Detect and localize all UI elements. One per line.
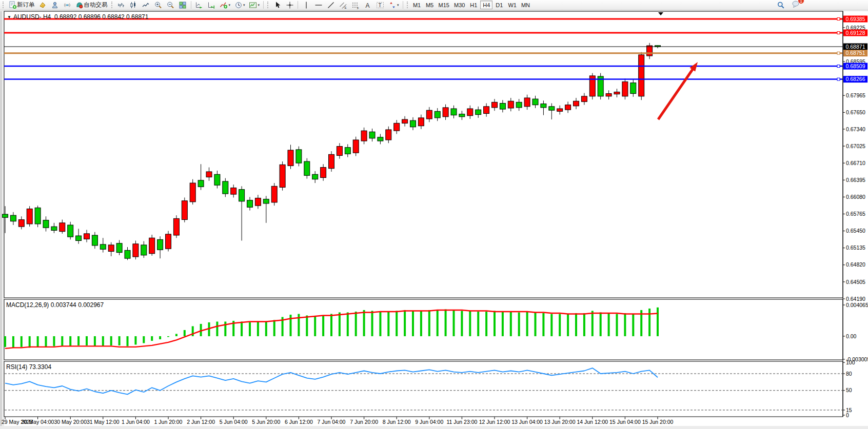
chart-shift-icon xyxy=(207,1,216,9)
new-order-icon xyxy=(8,1,17,9)
svg-text:E: E xyxy=(344,6,346,9)
macd-bar xyxy=(526,312,528,336)
time-axis-label: 5 Jun 20:00 xyxy=(252,419,280,425)
tile-windows-button[interactable] xyxy=(177,1,189,10)
macd-bar xyxy=(469,311,471,336)
periods-button[interactable]: ▾ xyxy=(232,1,247,10)
macd-bar xyxy=(29,336,31,348)
line-handle[interactable] xyxy=(837,78,840,80)
price-axis-label: 0.65450 xyxy=(846,228,865,234)
zoom-in-icon xyxy=(154,1,163,9)
line-handle[interactable] xyxy=(837,32,840,34)
bear-candle-body xyxy=(239,190,245,201)
svg-text:F: F xyxy=(357,6,359,9)
macd-bar xyxy=(404,310,406,336)
bear-candle-body xyxy=(35,208,41,224)
auto-scroll-button[interactable] xyxy=(193,1,205,10)
auto-trading-button[interactable]: 自动交易 xyxy=(74,1,109,10)
zoom-in-button[interactable] xyxy=(152,1,164,10)
macd-bar xyxy=(4,336,6,347)
bear-candle-body xyxy=(345,148,350,154)
macd-bar xyxy=(339,312,341,336)
fibonacci-tool-button[interactable]: F xyxy=(349,1,361,10)
bull-candle-body xyxy=(581,96,587,102)
timeframe-button-m5[interactable]: M5 xyxy=(424,1,436,9)
channel-tool-button[interactable]: E xyxy=(337,1,349,10)
line-handle[interactable] xyxy=(837,18,840,21)
time-axis-label: 8 Jun 12:00 xyxy=(383,419,411,425)
bear-candle-body xyxy=(157,239,163,250)
timeframe-button-d1[interactable]: D1 xyxy=(493,1,505,9)
text-label-tool-button[interactable]: T xyxy=(374,1,386,10)
chart-menu-icon[interactable]: ▼ xyxy=(7,15,11,19)
indicators-icon xyxy=(220,1,228,9)
zoom-out-button[interactable] xyxy=(165,1,176,10)
candlestick xyxy=(27,206,32,227)
templates-button[interactable]: ▾ xyxy=(247,1,262,10)
macd-bar xyxy=(134,336,136,344)
bear-candle-body xyxy=(304,161,310,175)
arrows-tool-button[interactable]: ▾ xyxy=(386,1,401,10)
candlestick-chart-button[interactable] xyxy=(128,1,140,10)
bull-candle-body xyxy=(108,245,114,252)
search-button[interactable] xyxy=(775,1,786,10)
macd-bar xyxy=(624,313,626,336)
macd-bar xyxy=(371,311,373,336)
timeframe-button-m30[interactable]: M30 xyxy=(452,1,467,9)
timeframe-button-m15[interactable]: M15 xyxy=(437,1,451,9)
chart-title-bar[interactable]: ▼AUDUSD-.H4 0.68892 0.68896 0.68842 0.68… xyxy=(7,13,148,21)
text-tool-button[interactable]: A xyxy=(362,1,373,10)
candlestick-chart-icon xyxy=(129,1,138,9)
new-order-button[interactable]: 新订单 xyxy=(7,1,36,10)
bear-candle-body xyxy=(116,243,122,253)
indicators-button[interactable]: ▾ xyxy=(218,1,232,10)
crosshair-tool-button[interactable] xyxy=(284,1,295,10)
bear-candle-body xyxy=(198,180,204,187)
auto-trading-icon xyxy=(75,1,84,9)
cursor-tool-button[interactable] xyxy=(271,1,283,10)
candlestick xyxy=(296,147,302,167)
time-axis-label: 7 Jun 04:00 xyxy=(318,419,346,425)
trendline-tool-button[interactable] xyxy=(325,1,337,10)
macd-bar xyxy=(608,313,610,336)
timeframe-button-m1[interactable]: M1 xyxy=(411,1,423,9)
market-watch-button[interactable] xyxy=(37,1,49,10)
timeframe-button-h4[interactable]: H4 xyxy=(480,1,492,9)
bear-candle-body xyxy=(247,200,253,208)
bull-candle-body xyxy=(18,220,24,227)
macd-signal-value: 0.002967 xyxy=(78,301,104,309)
price-axis-label: 0.64190 xyxy=(846,296,865,302)
bear-candle-body xyxy=(296,150,302,163)
macd-bar xyxy=(412,311,414,336)
bear-candle-body xyxy=(451,109,457,115)
fibonacci-icon: F xyxy=(351,1,360,9)
trendline-icon xyxy=(326,1,335,9)
rsi-indicator-label: RSI(14) 73.3304 xyxy=(6,363,51,371)
timeframe-button-h1[interactable]: H1 xyxy=(467,1,480,9)
vertical-line-tool-button[interactable] xyxy=(300,1,312,10)
signals-button[interactable] xyxy=(62,1,73,10)
macd-bar xyxy=(61,336,63,346)
horizontal-line-tool-button[interactable] xyxy=(312,1,324,10)
line-handle[interactable] xyxy=(837,65,840,68)
time-axis-label: 1 Jun 04:00 xyxy=(122,419,150,425)
bar-chart-button[interactable] xyxy=(115,1,127,10)
price-axis-label: 0.67025 xyxy=(846,143,865,149)
template-icon xyxy=(249,1,258,9)
notification-badge[interactable]: 1 xyxy=(798,0,804,4)
chart-shift-button[interactable] xyxy=(206,1,218,10)
bear-candle-body xyxy=(10,215,16,221)
timeframe-button-mn[interactable]: MN xyxy=(519,1,532,9)
navigator-button[interactable] xyxy=(49,1,61,10)
line-handle[interactable] xyxy=(837,52,840,54)
timeframe-button-w1[interactable]: W1 xyxy=(506,1,519,9)
macd-bar xyxy=(567,314,569,336)
candlestick xyxy=(329,151,334,172)
macd-bar xyxy=(330,314,332,336)
mt4-terminal: { "toolbar": { "new_order_label": "新订单",… xyxy=(0,0,868,429)
time-axis-label: 12 Jun 12:00 xyxy=(479,419,510,425)
macd-bar xyxy=(314,316,316,336)
line-chart-button[interactable] xyxy=(140,1,152,10)
toolbar-grip xyxy=(267,2,269,8)
bear-candle-body xyxy=(51,227,57,230)
